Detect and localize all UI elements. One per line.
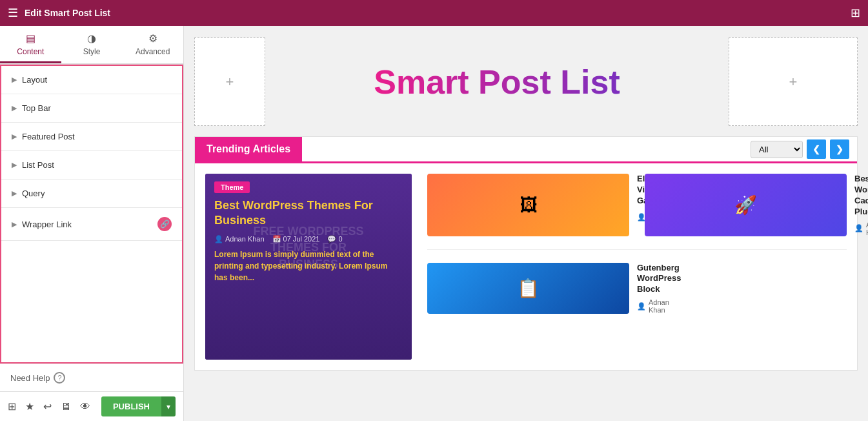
publish-arrow-button[interactable]: ▾ — [161, 396, 176, 416]
page-main-title: Smart Post List — [374, 63, 620, 101]
thumb-elementor: 🖼 — [427, 174, 629, 236]
side-post-caching[interactable]: 🚀 Best WordPress Caching Plugins 👤 Adnan… — [645, 174, 847, 236]
featured-comments-meta: 💬 0 — [327, 235, 342, 243]
sidebar-item-top-bar[interactable]: ▶ Top Bar — [1, 94, 182, 123]
sidebar-item-layout-label: Layout — [22, 75, 172, 85]
desktop-icon[interactable]: 🖥 — [61, 401, 71, 413]
gutenberg-thumb-icon: 📋 — [517, 278, 540, 299]
plus-left-icon: + — [226, 74, 234, 90]
sidebar-item-list-post[interactable]: ▶ List Post — [1, 151, 182, 180]
side-post-row-2: 📋 Gutenberg WordPress Block 👤 Adnan Khan — [427, 263, 847, 314]
undo-icon[interactable]: ↩ — [43, 400, 52, 413]
posts-grid: FREE WORDPRESS THEMES FOR BUSINESS Theme… — [195, 163, 857, 370]
top-bar: ☰ Edit Smart Post List ⊞ — [0, 0, 868, 26]
list-post-arrow-icon: ▶ — [12, 161, 17, 169]
side-posts-divider — [427, 249, 847, 250]
content-tab-icon: ▤ — [26, 32, 35, 45]
bottom-bar: ⊞ ★ ↩ 🖥 👁 PUBLISH ▾ — [0, 391, 183, 421]
trending-title: Trending Articles — [207, 143, 290, 154]
side-post-row-1: 🖼 Elementor Video Gallery 👤 Adnan Khan — [427, 174, 847, 236]
publish-button-group: PUBLISH ▾ — [101, 396, 176, 416]
widget-area: Trending Articles All Theme Plugin Tutor… — [194, 136, 858, 371]
side-post-caching-author: 👤 Adnan Khan — [854, 221, 868, 236]
side-post-caching-title: Best WordPress Caching Plugins — [854, 174, 868, 218]
plus-right-icon: + — [789, 74, 798, 90]
link-icon: 🔗 — [160, 220, 170, 229]
side-post-elementor[interactable]: 🖼 Elementor Video Gallery 👤 Adnan Khan — [427, 174, 629, 236]
filter-select[interactable]: All Theme Plugin Tutorial — [751, 141, 803, 158]
hamburger-icon[interactable]: ☰ — [8, 6, 18, 20]
help-icon[interactable]: ? — [54, 372, 65, 384]
grid-icon[interactable]: ⊞ — [851, 6, 860, 20]
sidebar-item-featured-post[interactable]: ▶ Featured Post — [1, 123, 182, 151]
featured-author-meta: 👤 Adnan Khan — [214, 235, 265, 243]
featured-content: Theme Best WordPress Themes For Business… — [205, 174, 412, 360]
sidebar-item-wrapper-link[interactable]: ▶ Wrapper Link 🔗 — [1, 208, 182, 241]
comments-meta-icon: 💬 — [327, 235, 336, 243]
elementor-thumb-icon: 🖼 — [520, 194, 538, 216]
featured-post-card[interactable]: FREE WORDPRESS THEMES FOR BUSINESS Theme… — [205, 174, 412, 360]
trending-title-box: Trending Articles — [195, 137, 302, 161]
sidebar-item-top-bar-label: Top Bar — [22, 103, 172, 113]
wrapper-link-arrow-icon: ▶ — [12, 220, 17, 229]
need-help-label: Need Help — [10, 373, 50, 383]
trending-controls: All Theme Plugin Tutorial ❮ ❯ — [751, 139, 857, 159]
main-layout: ▤ Content ◑ Style ⚙ Advanced ▶ Layout ▶ … — [0, 26, 868, 421]
layout-arrow-icon: ▶ — [12, 76, 17, 84]
date-meta-icon: 📅 — [272, 235, 281, 243]
top-bar-left: ☰ Edit Smart Post List — [8, 6, 110, 20]
sidebar-item-featured-post-label: Featured Post — [22, 132, 172, 141]
featured-excerpt: Lorem Ipsum is simply dummied text of th… — [214, 249, 403, 283]
sidebar-item-query[interactable]: ▶ Query — [1, 180, 182, 208]
style-tab-icon: ◑ — [87, 32, 96, 45]
caching-thumb-icon: 🚀 — [734, 194, 757, 216]
header-left-add[interactable]: + — [194, 37, 265, 126]
featured-post-arrow-icon: ▶ — [12, 132, 17, 141]
publish-button[interactable]: PUBLISH — [101, 396, 161, 416]
next-button[interactable]: ❯ — [830, 139, 849, 159]
sidebar-item-layout[interactable]: ▶ Layout — [1, 66, 182, 94]
sidebar-tabs: ▤ Content ◑ Style ⚙ Advanced — [0, 26, 183, 65]
side-posts: 🖼 Elementor Video Gallery 👤 Adnan Khan — [427, 174, 847, 360]
top-bar-arrow-icon: ▶ — [12, 104, 17, 112]
star-icon[interactable]: ★ — [25, 400, 34, 413]
featured-date-meta: 📅 07 Jul 2021 — [272, 235, 320, 243]
eye-icon[interactable]: 👁 — [80, 401, 90, 413]
author-meta-icon: 👤 — [214, 235, 223, 243]
tab-content[interactable]: ▤ Content — [0, 26, 61, 63]
tab-style-label: Style — [83, 47, 101, 56]
trending-bar: Trending Articles All Theme Plugin Tutor… — [195, 137, 857, 163]
page-header: + Smart Post List + — [184, 26, 868, 126]
tab-style[interactable]: ◑ Style — [61, 26, 123, 63]
sidebar-item-list-post-label: List Post — [22, 160, 172, 170]
tab-content-label: Content — [17, 47, 44, 56]
theme-badge: Theme — [214, 181, 250, 193]
advanced-tab-icon: ⚙ — [148, 32, 157, 45]
prev-button[interactable]: ❮ — [807, 139, 826, 159]
layers-icon[interactable]: ⊞ — [8, 400, 16, 413]
tab-advanced[interactable]: ⚙ Advanced — [122, 26, 183, 63]
sidebar-section-list: ▶ Layout ▶ Top Bar ▶ Featured Post ▶ Lis… — [0, 65, 183, 364]
thumb-gutenberg: 📋 — [427, 263, 629, 314]
sidebar-item-query-label: Query — [22, 189, 172, 198]
side-post-caching-info: Best WordPress Caching Plugins 👤 Adnan K… — [854, 174, 868, 236]
query-arrow-icon: ▶ — [12, 189, 17, 198]
tab-advanced-label: Advanced — [136, 47, 170, 56]
side-post-empty — [645, 263, 847, 314]
top-bar-title: Edit Smart Post List — [25, 8, 110, 18]
featured-post-title: Best WordPress Themes For Business — [214, 198, 403, 229]
sidebar: ▤ Content ◑ Style ⚙ Advanced ▶ Layout ▶ … — [0, 26, 184, 421]
wrapper-link-badge: 🔗 — [157, 217, 172, 231]
side-post-gutenberg[interactable]: 📋 Gutenberg WordPress Block 👤 Adnan Khan — [427, 263, 629, 314]
header-center: Smart Post List — [273, 37, 721, 126]
caching-author-icon: 👤 — [854, 224, 863, 232]
content-area: + Smart Post List + Trending Articles Al… — [184, 26, 868, 421]
header-right-add[interactable]: + — [729, 37, 858, 126]
sidebar-item-wrapper-link-label: Wrapper Link — [22, 220, 152, 229]
sidebar-footer: Need Help ? — [0, 364, 183, 391]
thumb-caching: 🚀 — [645, 174, 847, 236]
featured-meta: 👤 Adnan Khan 📅 07 Jul 2021 💬 0 — [214, 235, 403, 243]
